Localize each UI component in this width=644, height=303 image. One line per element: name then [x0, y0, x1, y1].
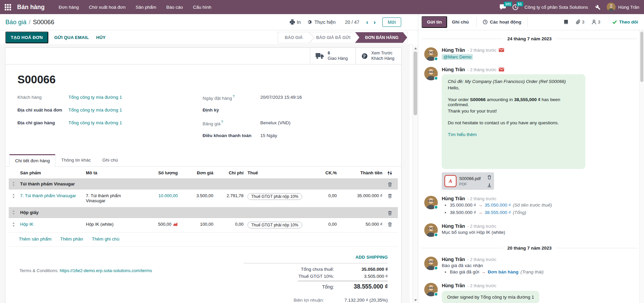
tax-pill[interactable]: Thuế GTGT phải nộp 10%	[248, 193, 302, 200]
stage-quotation-sent[interactable]: BÁO GIÁ ĐÃ GỬI	[309, 32, 357, 43]
message-author[interactable]: Hùng Trần	[442, 196, 465, 201]
user-menu[interactable]: Hùng Trần	[607, 3, 639, 11]
line-qty[interactable]: 500,00	[158, 222, 171, 227]
send-by-email-button[interactable]: GỬI QUA EMAIL	[54, 35, 89, 40]
attachment-name[interactable]: S00066.pdf	[459, 176, 485, 181]
message-author[interactable]: Hùng Trần	[442, 67, 465, 72]
breadcrumb-root[interactable]: Báo giá	[5, 18, 26, 26]
column-settings-icon[interactable]	[387, 171, 392, 175]
scrollbar-thumb[interactable]	[640, 32, 643, 82]
log-note-button[interactable]: Ghi chú	[447, 17, 473, 27]
followers-button[interactable]: 3	[592, 19, 600, 25]
chatter-message[interactable]: Hùng Trần - 2 tháng trước Mục bổ sung vớ…	[422, 221, 637, 239]
line-discount[interactable]: 0,00	[317, 192, 339, 199]
tab-order-lines[interactable]: Chi tiết đơn hàng	[9, 154, 55, 167]
col-subtotal[interactable]: Thành tiền	[339, 170, 384, 176]
add-note-link[interactable]: Thêm ghi chú	[92, 236, 119, 242]
apps-grid-icon[interactable]	[5, 4, 11, 10]
form-scrollbar[interactable]	[413, 45, 418, 303]
tools-icon[interactable]	[594, 4, 601, 10]
line-qty[interactable]: 10.000,00	[158, 193, 178, 198]
forecast-warning-icon[interactable]	[173, 222, 178, 226]
trash-icon[interactable]	[384, 210, 395, 215]
customer-value[interactable]: Tổng công ty mía đường 1	[68, 94, 122, 100]
message-author[interactable]: Hùng Trần	[442, 223, 465, 229]
section-label[interactable]: Hộp giấy	[18, 209, 384, 216]
pager-next-icon[interactable]: ›	[374, 19, 376, 25]
drag-handle-icon[interactable]	[9, 221, 18, 227]
attachments-button[interactable]: 3	[576, 19, 585, 25]
chatter-message[interactable]: Hùng Trần - 2 tháng trước Order signed b…	[422, 281, 637, 303]
line-cost[interactable]: 0,00	[215, 221, 246, 227]
product-name[interactable]: 7. Túi thành phẩm Vinasugar	[20, 193, 76, 198]
download-attachment-icon[interactable]	[487, 183, 491, 187]
cancel-button[interactable]: HỦY	[96, 35, 106, 40]
drag-handle-icon[interactable]	[9, 182, 18, 186]
order-line-row[interactable]: Hộp IK Hộp IK (white) 500,00 100,00 0,00…	[9, 218, 398, 232]
menu-don-hang[interactable]: Đơn hàng	[55, 3, 83, 12]
delivery-smart-button[interactable]: 6Giao Hàng	[310, 48, 356, 64]
help-icon[interactable]: ?	[233, 95, 235, 98]
add-shipping-button[interactable]: ADD SHIPPING	[244, 255, 388, 260]
tab-other-info[interactable]: Thông tin khác	[55, 154, 97, 167]
pricelist-value[interactable]: Benelux (VND)	[260, 120, 290, 125]
scrollbar-thumb[interactable]	[414, 51, 417, 115]
trash-icon[interactable]	[384, 221, 395, 227]
messages-icon[interactable]: 101	[499, 4, 506, 10]
menu-bao-cao[interactable]: Báo cáo	[162, 3, 187, 12]
new-record-button[interactable]: Mới	[382, 17, 401, 27]
customer-preview-smart-button[interactable]: Xem TrướcKhách Hàng	[356, 48, 401, 64]
delivery-address-value[interactable]: Tổng công ty mía đường 1	[68, 120, 122, 125]
col-qty[interactable]: Số lượng	[141, 170, 180, 176]
section-row[interactable]: Hộp giấy	[9, 207, 398, 218]
tab-notes[interactable]: Ghi chú	[97, 154, 124, 167]
line-unit-price[interactable]: 3.500,00	[180, 192, 215, 199]
col-description[interactable]: Mô tả	[84, 170, 141, 176]
section-row[interactable]: Túi thành phẩm Vinasugar	[9, 179, 398, 189]
col-cost[interactable]: Chi phí	[215, 170, 246, 176]
scroll-down-icon[interactable]	[413, 297, 418, 303]
action-button[interactable]: Thực hiện	[307, 19, 335, 25]
create-invoice-button[interactable]: TẠO HOÁ ĐƠN	[5, 32, 48, 43]
app-name[interactable]: Bán hàng	[17, 4, 45, 11]
stage-sales-order[interactable]: ĐƠN BÁN HÀNG	[355, 32, 407, 43]
chatter-message[interactable]: Hùng Trần - 2 tháng trước Chủ đề: My Com…	[422, 65, 637, 192]
stage-quotation[interactable]: BÁO GIÁ	[278, 32, 309, 43]
company-switcher[interactable]: Công ty cổ phần Sota Solutions	[525, 5, 588, 10]
chatter-scrollbar[interactable]	[639, 30, 644, 303]
learn-more-link[interactable]: Tìm hiểu thêm	[448, 132, 477, 137]
scroll-up-icon[interactable]	[413, 45, 418, 51]
menu-cau-hinh[interactable]: Cấu hình	[189, 3, 215, 12]
order-title[interactable]: S00066	[17, 73, 401, 86]
delete-attachment-icon[interactable]	[487, 175, 491, 179]
line-description[interactable]: 7. Túi thành phẩm Vinasugar	[84, 192, 141, 204]
col-tax[interactable]: Thuế	[246, 170, 317, 176]
trash-icon[interactable]	[384, 192, 395, 198]
order-line-row[interactable]: 7. Túi thành phẩm Vinasugar 7. Túi thành…	[9, 189, 398, 207]
print-button[interactable]: In	[290, 19, 301, 25]
log-book-icon[interactable]	[564, 19, 569, 25]
activities-button[interactable]: Các hoạt động	[479, 19, 525, 25]
follow-button[interactable]: Theo dõi	[612, 19, 638, 25]
col-unit-price[interactable]: Đơn giá	[180, 170, 215, 176]
tax-pill[interactable]: Thuế GTGT phải nộp 10%	[248, 222, 302, 228]
payment-terms-value[interactable]: 15 Ngày	[260, 132, 277, 138]
trash-icon[interactable]	[384, 181, 395, 187]
invoice-address-value[interactable]: Tổng công ty mía đường 1	[68, 107, 122, 113]
terms-link[interactable]: https://16e2-demo.erp.sota-solutions.com…	[60, 268, 152, 273]
drag-handle-icon[interactable]	[9, 210, 18, 215]
line-unit-price[interactable]: 100,00	[180, 221, 215, 227]
activities-clock-icon[interactable]: 51	[512, 4, 519, 10]
menu-san-pham[interactable]: Sản phẩm	[131, 3, 160, 12]
order-date-value[interactable]: 20/07/2023 15:49:16	[260, 94, 302, 100]
add-section-link[interactable]: Thêm phần	[60, 236, 83, 242]
col-product[interactable]: Sản phẩm	[18, 170, 84, 176]
line-description[interactable]: Hộp IK (white)	[84, 221, 141, 227]
send-message-button[interactable]: Gửi tin	[422, 16, 447, 28]
drag-handle-icon[interactable]	[9, 192, 18, 198]
menu-cho-xuat-hoa-don[interactable]: Chờ xuất hoá đơn	[85, 3, 129, 12]
chatter-message[interactable]: Hùng Trần - 2 tháng trước 35.000.000 ₫→3…	[422, 194, 637, 219]
message-author[interactable]: Hùng Trần	[442, 47, 465, 53]
message-author[interactable]: Hùng Trần	[442, 257, 465, 262]
attachment-card[interactable]: A S00066.pdf PDF	[442, 172, 494, 190]
